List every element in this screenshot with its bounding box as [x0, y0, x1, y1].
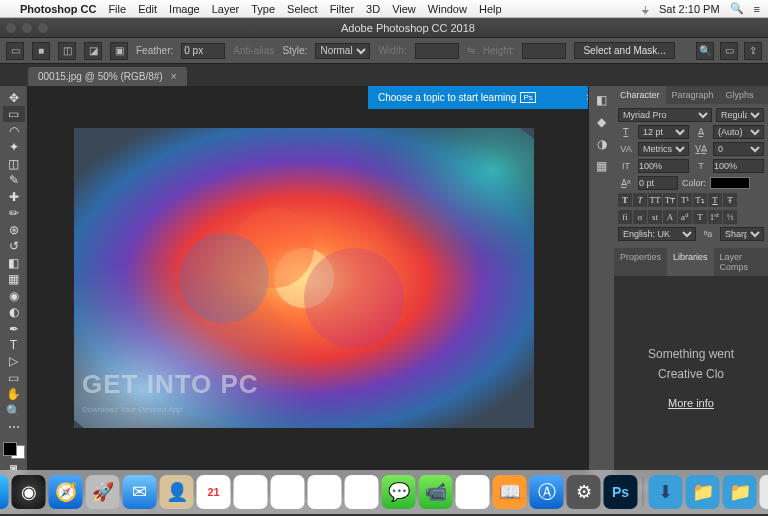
- dock-ibooks[interactable]: 📖: [493, 475, 527, 509]
- document-canvas[interactable]: GET INTO PC Download Your Desired App: [74, 128, 534, 428]
- close-window-button[interactable]: [6, 23, 16, 33]
- vscale-input[interactable]: [638, 159, 689, 173]
- superscript-button[interactable]: T¹: [678, 193, 692, 207]
- menu-select[interactable]: Select: [287, 3, 318, 15]
- stylistic-button[interactable]: st: [648, 210, 662, 224]
- dock-contacts[interactable]: 👤: [160, 475, 194, 509]
- tool-eraser[interactable]: ◧: [3, 255, 25, 270]
- tool-zoom[interactable]: 🔍: [3, 403, 25, 418]
- menu-3d[interactable]: 3D: [366, 3, 380, 15]
- subtract-selection-icon[interactable]: ◪: [84, 42, 102, 60]
- arrange-icon[interactable]: ▭: [720, 42, 738, 60]
- strike-button[interactable]: Ŧ: [723, 193, 737, 207]
- allcaps-button[interactable]: TT: [648, 193, 662, 207]
- leading-select[interactable]: (Auto): [713, 125, 764, 139]
- kerning-select[interactable]: Metrics: [638, 142, 689, 156]
- dock-folder2[interactable]: 📁: [723, 475, 757, 509]
- dock-notes[interactable]: ✎: [234, 475, 268, 509]
- dock-photoshop[interactable]: Ps: [604, 475, 638, 509]
- menu-filter[interactable]: Filter: [330, 3, 354, 15]
- tool-preset-icon[interactable]: ▭: [6, 42, 24, 60]
- canvas-area[interactable]: GET INTO PC Download Your Desired App Ch…: [28, 86, 588, 496]
- minimize-window-button[interactable]: [22, 23, 32, 33]
- tool-blur[interactable]: ◉: [3, 288, 25, 303]
- dock-mail[interactable]: ✉: [123, 475, 157, 509]
- tracking-select[interactable]: 0: [713, 142, 764, 156]
- select-and-mask-button[interactable]: Select and Mask...: [574, 42, 674, 59]
- tool-move[interactable]: ✥: [3, 90, 25, 105]
- tool-pen[interactable]: ✒: [3, 321, 25, 336]
- italic-button[interactable]: T: [633, 193, 647, 207]
- dock-messages[interactable]: 💬: [382, 475, 416, 509]
- adjustments-panel-icon[interactable]: ◑: [592, 134, 612, 154]
- font-size-select[interactable]: 12 pt: [638, 125, 689, 139]
- tool-dodge[interactable]: ◐: [3, 304, 25, 319]
- wifi-icon[interactable]: ⏚: [642, 3, 649, 15]
- dock-itunes[interactable]: ♪: [456, 475, 490, 509]
- baseline-input[interactable]: [638, 176, 678, 190]
- antialias-select[interactable]: Sharp: [720, 227, 764, 241]
- close-tooltip-icon[interactable]: ×: [586, 92, 588, 103]
- styles-panel-icon[interactable]: ▦: [592, 156, 612, 176]
- add-selection-icon[interactable]: ◫: [58, 42, 76, 60]
- smallcaps-button[interactable]: Tᴛ: [663, 193, 677, 207]
- color-swatch[interactable]: [3, 442, 25, 459]
- dock-calendar[interactable]: 21: [197, 475, 231, 509]
- tool-shape[interactable]: ▭: [3, 370, 25, 385]
- menu-help[interactable]: Help: [479, 3, 502, 15]
- tool-eyedropper[interactable]: ✎: [3, 172, 25, 187]
- tool-brush[interactable]: ✏: [3, 205, 25, 220]
- dock-launchpad[interactable]: 🚀: [86, 475, 120, 509]
- intersect-selection-icon[interactable]: ▣: [110, 42, 128, 60]
- close-document-icon[interactable]: ×: [171, 71, 177, 82]
- menu-image[interactable]: Image: [169, 3, 200, 15]
- menu-type[interactable]: Type: [251, 3, 275, 15]
- dock-preferences[interactable]: ⚙: [567, 475, 601, 509]
- font-weight-select[interactable]: Regular: [716, 108, 764, 122]
- tool-healing[interactable]: ✚: [3, 189, 25, 204]
- tool-type[interactable]: T: [3, 337, 25, 352]
- app-menu[interactable]: Photoshop CC: [20, 3, 96, 15]
- tool-clone[interactable]: ⊛: [3, 222, 25, 237]
- swatches-panel-icon[interactable]: ◆: [592, 112, 612, 132]
- hscale-input[interactable]: [713, 159, 764, 173]
- text-color-swatch[interactable]: [710, 177, 750, 189]
- dock-trash[interactable]: 🗑: [760, 475, 769, 509]
- dock-appstore[interactable]: Ⓐ: [530, 475, 564, 509]
- tab-layer-comps[interactable]: Layer Comps: [714, 248, 768, 276]
- style-select[interactable]: Normal: [315, 43, 370, 59]
- document-tab[interactable]: 00015.jpg @ 50% (RGB/8#) ×: [28, 67, 187, 86]
- tool-history-brush[interactable]: ↺: [3, 238, 25, 253]
- menu-layer[interactable]: Layer: [212, 3, 240, 15]
- dock-reminders[interactable]: ☑: [271, 475, 305, 509]
- color-panel-icon[interactable]: ◧: [592, 90, 612, 110]
- font-family-select[interactable]: Myriad Pro: [618, 108, 712, 122]
- half-button[interactable]: ½: [723, 210, 737, 224]
- notifications-icon[interactable]: ≡: [754, 3, 760, 15]
- tool-lasso[interactable]: ◠: [3, 123, 25, 138]
- tab-libraries[interactable]: Libraries: [667, 248, 714, 276]
- dock-maps[interactable]: ▦: [308, 475, 342, 509]
- dock-facetime[interactable]: 📹: [419, 475, 453, 509]
- spotlight-icon[interactable]: 🔍: [730, 2, 744, 15]
- feather-input[interactable]: [181, 43, 225, 59]
- dock-dashboard[interactable]: ◉: [12, 475, 46, 509]
- tab-glyphs[interactable]: Glyphs: [720, 86, 760, 104]
- tool-hand[interactable]: ✋: [3, 387, 25, 402]
- tab-paragraph[interactable]: Paragraph: [666, 86, 720, 104]
- menu-window[interactable]: Window: [428, 3, 467, 15]
- oldstyle-button[interactable]: σ: [633, 210, 647, 224]
- titling-button[interactable]: A: [663, 210, 677, 224]
- tool-quick-select[interactable]: ✦: [3, 139, 25, 154]
- share-icon[interactable]: ⇪: [744, 42, 762, 60]
- menu-file[interactable]: File: [108, 3, 126, 15]
- dock-folder1[interactable]: 📁: [686, 475, 720, 509]
- clock[interactable]: Sat 2:10 PM: [659, 3, 720, 15]
- search-icon[interactable]: 🔍: [696, 42, 714, 60]
- fractions-button[interactable]: T: [693, 210, 707, 224]
- libraries-more-info-link[interactable]: More info: [668, 397, 714, 409]
- ligature-button[interactable]: fi: [618, 210, 632, 224]
- menu-view[interactable]: View: [392, 3, 416, 15]
- new-selection-icon[interactable]: ■: [32, 42, 50, 60]
- ordinals-button[interactable]: aᵈ: [678, 210, 692, 224]
